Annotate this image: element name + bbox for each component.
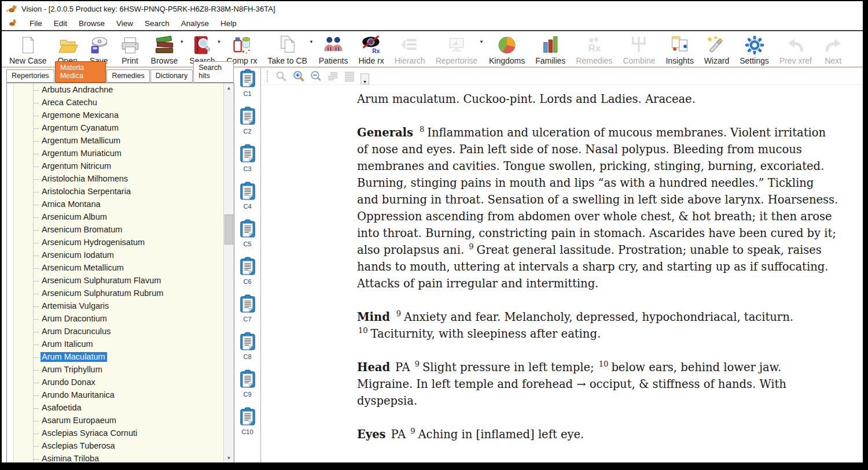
zoom-in-icon[interactable] xyxy=(292,70,304,82)
chevron-down-icon[interactable]: ▼ xyxy=(309,39,314,45)
remedy-item-arsenicum-album[interactable]: Arsenicum Album xyxy=(14,210,223,223)
remedy-item-arum-dracontium[interactable]: Arum Dracontium xyxy=(14,312,223,325)
menu-item-edit[interactable]: Edit xyxy=(48,18,73,29)
remedy-item-arsenicum-hydrogenisatum[interactable]: Arsenicum Hydrogenisatum xyxy=(14,236,223,249)
remedy-item-artemisia-vulgaris[interactable]: Artemisia Vulgaris xyxy=(14,299,223,312)
search-icon[interactable] xyxy=(275,71,287,82)
remedy-item-asafoetida[interactable]: Asafoetida xyxy=(14,401,223,414)
clipboard-button-c5[interactable]: C5 xyxy=(239,219,256,257)
toolbar-button-kingdoms[interactable]: Kingdoms xyxy=(484,32,530,65)
remedy-item-argentum-nitricum[interactable]: Argentum Nitricum xyxy=(14,160,223,172)
remedy-item-arum-maculatum[interactable]: Arum Maculatum xyxy=(14,350,223,363)
remedy-item-argentum-muriaticum[interactable]: Argentum Muriaticum xyxy=(14,147,223,160)
remedy-item-label: Asarum Europaeum xyxy=(41,416,118,425)
remedy-item-arbutus-andrachne[interactable]: Arbutus Andrachne xyxy=(14,83,223,96)
remedy-item-arum-italicum[interactable]: Arum Italicum xyxy=(14,338,223,350)
toolbar-button-wizard[interactable]: ★★★Wizard xyxy=(699,32,735,65)
tab-dictionary[interactable]: Dictionary xyxy=(150,69,193,83)
remedy-item-aristolochia-serpentaria[interactable]: Aristolochia Serpentaria xyxy=(14,185,223,198)
toolbar-button-save[interactable]: Save xyxy=(83,32,115,65)
remedy-item-argentum-cyanatum[interactable]: Argentum Cyanatum xyxy=(14,121,223,134)
toolbar-button-label: Prev xref xyxy=(779,56,812,65)
toolbar-button-print[interactable]: Print xyxy=(115,32,146,65)
menu-item-help[interactable]: Help xyxy=(215,18,242,29)
tab-materia-medica[interactable]: Materia Medica xyxy=(55,61,106,83)
remedy-item-arsenicum-sulphuratum-rubrum[interactable]: Arsenicum Sulphuratum Rubrum xyxy=(14,287,223,299)
document-mini-toolbar: ▼ xyxy=(261,68,863,85)
clipboard-button-c2[interactable]: C2 xyxy=(239,106,256,144)
remedy-item-arundo-mauritanica[interactable]: Arundo Mauritanica xyxy=(14,388,223,401)
remedy-item-asclepias-tuberosa[interactable]: Asclepias Tuberosa xyxy=(14,439,223,452)
clipboard-button-c1[interactable]: C1 xyxy=(239,69,256,106)
remedy-item-aristolochia-milhomens[interactable]: Aristolochia Milhomens xyxy=(14,172,223,185)
clipboard-icon xyxy=(239,144,256,166)
remedy-item-arsenicum-metallicum[interactable]: Arsenicum Metallicum xyxy=(14,261,223,274)
clipboard-button-c8[interactable]: C8 xyxy=(239,332,256,369)
svg-text:Rx: Rx xyxy=(588,43,601,54)
scroll-track[interactable] xyxy=(224,93,234,453)
print-icon xyxy=(120,34,141,55)
clipboard-button-c3[interactable]: C3 xyxy=(239,144,256,182)
remedy-item-arsenicum-sulphuratum-flavum[interactable]: Arsenicum Sulphuratum Flavum xyxy=(14,274,223,287)
tab-search-hits[interactable]: Search hits xyxy=(193,61,234,83)
clipboard-button-c9[interactable]: C9 xyxy=(239,369,256,407)
dense-view-icon[interactable] xyxy=(344,71,355,82)
remedy-item-arum-triphyllum[interactable]: Arum Triphyllum xyxy=(14,363,223,376)
toolbar-button-take-to-cb[interactable]: Take to CB xyxy=(262,32,312,65)
tab-repertories[interactable]: Repertories xyxy=(6,69,54,83)
toolbar-button-search[interactable]: Search xyxy=(184,32,220,65)
toolbar-button-browse[interactable]: Browse xyxy=(146,32,183,65)
vertical-scrollbar[interactable]: ▲ ▼ xyxy=(223,83,234,462)
menu-item-file[interactable]: File xyxy=(24,18,48,29)
clipboard-button-c4[interactable]: C4 xyxy=(239,182,256,219)
toolbar-button-families[interactable]: Families xyxy=(530,32,571,65)
tab-bar: RepertoriesMateria MedicaRemediesDiction… xyxy=(6,68,234,83)
menu-item-search[interactable]: Search xyxy=(139,18,175,29)
remedy-item-areca-catechu[interactable]: Areca Catechu xyxy=(14,96,223,109)
clipboard-button-c10[interactable]: C10 xyxy=(239,407,256,445)
chevron-down-icon[interactable]: ▼ xyxy=(217,39,222,45)
toolbar-button-label: Families xyxy=(535,56,565,65)
toolbar-button-insights[interactable]: Insights xyxy=(660,32,698,65)
menu-item-view[interactable]: View xyxy=(111,18,139,29)
scroll-thumb[interactable] xyxy=(225,214,233,245)
remedy-item-arundo-donax[interactable]: Arundo Donax xyxy=(14,376,223,388)
tab-remedies[interactable]: Remedies xyxy=(106,69,149,83)
scroll-up-button[interactable]: ▲ xyxy=(224,83,234,93)
remedy-item-arsenicum-iodatum[interactable]: Arsenicum Iodatum xyxy=(14,249,223,261)
remedy-item-label: Argemone Mexicana xyxy=(41,110,120,120)
toolbar-button-label: New Case xyxy=(9,56,47,65)
remedy-item-asimina-triloba[interactable]: Asimina Triloba xyxy=(14,452,223,462)
menu-item-browse[interactable]: Browse xyxy=(73,18,111,29)
remedy-item-arsenicum-bromatum[interactable]: Arsenicum Bromatum xyxy=(14,223,223,236)
toolbar-button-patients[interactable]: Patients xyxy=(314,32,354,65)
toolbar-button-hide-rx[interactable]: RxHide rx xyxy=(353,32,389,65)
left-column: RepertoriesMateria MedicaRemediesDiction… xyxy=(2,68,234,462)
toolbar-button-label: Patients xyxy=(319,56,348,65)
zoom-out-icon[interactable] xyxy=(310,70,322,82)
clipboard-button-c7[interactable]: C7 xyxy=(239,294,256,332)
toolbar-grip[interactable] xyxy=(267,71,269,82)
clipboard-button-c6[interactable]: C6 xyxy=(239,257,256,294)
toolbar-button-open[interactable]: Open xyxy=(52,32,83,65)
chevron-down-icon[interactable]: ▼ xyxy=(179,39,184,45)
scroll-down-button[interactable]: ▼ xyxy=(224,453,234,462)
dropdown-icon[interactable]: ▼ xyxy=(361,73,369,84)
toolbar-button-new-case[interactable]: New Case xyxy=(4,32,52,65)
remedy-item-arnica-montana[interactable]: Arnica Montana xyxy=(14,198,223,210)
toolbar-button-settings[interactable]: Settings xyxy=(734,32,774,65)
paragraph-view-icon[interactable] xyxy=(327,71,339,82)
remedy-item-asarum-europaeum[interactable]: Asarum Europaeum xyxy=(14,414,223,427)
remedy-item-argentum-metallicum[interactable]: Argentum Metallicum xyxy=(14,134,223,147)
chevron-down-icon[interactable]: ▼ xyxy=(479,39,484,45)
toolbar-button-comp-rx[interactable]: Comp rx xyxy=(221,32,262,65)
remedy-item-arum-dracunculus[interactable]: Arum Dracunculus xyxy=(14,325,223,338)
materia-section: HeadPA 9Slight pressure in left temple; … xyxy=(357,359,838,409)
remedy-item-asclepias-syriaca-cornuti[interactable]: Asclepias Syriaca Cornuti xyxy=(14,427,223,439)
remedy-item-label: Arum Triphyllum xyxy=(41,365,104,375)
remedy-item-label: Arundo Donax xyxy=(41,378,97,387)
remedy-item-label: Arbutus Andrachne xyxy=(41,85,115,95)
menu-item-analyse[interactable]: Analyse xyxy=(175,18,215,29)
remedy-item-argemone-mexicana[interactable]: Argemone Mexicana xyxy=(14,109,223,121)
remedy-item-label: Argentum Cyanatum xyxy=(41,123,120,133)
